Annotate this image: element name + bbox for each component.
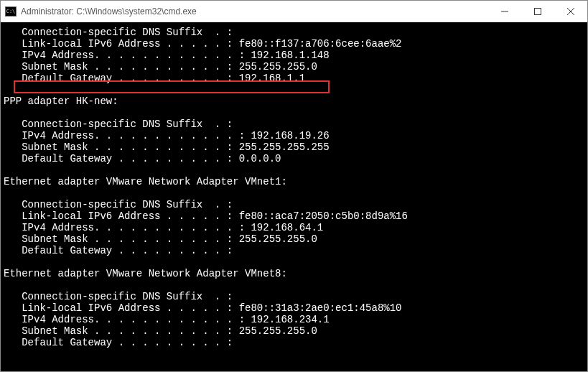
titlebar[interactable]: C:\ Administrator: C:\Windows\system32\c… xyxy=(1,1,587,22)
svg-rect-1 xyxy=(535,9,541,15)
window-controls xyxy=(488,1,587,22)
minimize-button[interactable] xyxy=(488,1,521,22)
cmd-window: C:\ Administrator: C:\Windows\system32\c… xyxy=(0,0,588,372)
close-button[interactable] xyxy=(554,1,587,22)
cmd-icon: C:\ xyxy=(5,6,17,17)
window-title: Administrator: C:\Windows\system32\cmd.e… xyxy=(21,6,488,17)
console-output[interactable]: Connection-specific DNS Suffix . : Link-… xyxy=(1,22,587,371)
maximize-button[interactable] xyxy=(521,1,554,22)
